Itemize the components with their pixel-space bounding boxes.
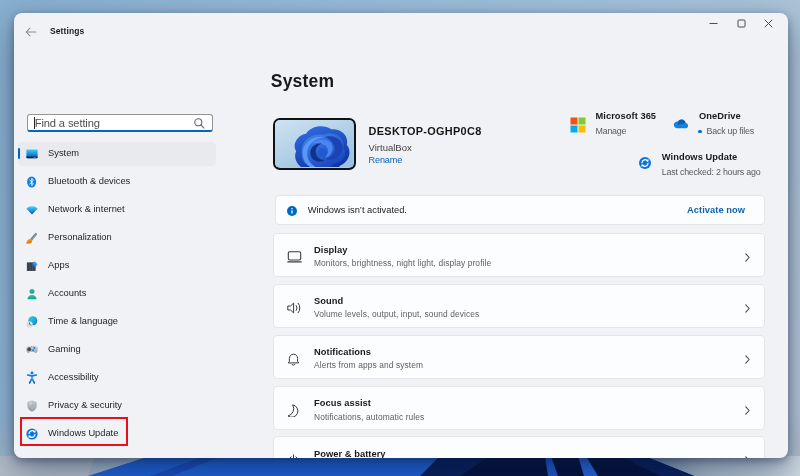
window-title: Settings: [50, 25, 84, 37]
chevron-right-icon: [745, 456, 750, 458]
info-icon: [287, 206, 297, 216]
maximize-button[interactable]: [727, 13, 755, 34]
device-thumbnail: [273, 118, 356, 170]
apps-icon: [26, 260, 38, 272]
power-battery-icon: [287, 440, 300, 458]
sidebar-item-accounts[interactable]: Accounts: [18, 282, 216, 306]
sidebar-item-privacy-security[interactable]: Privacy & security: [18, 394, 216, 418]
minimize-icon: [709, 19, 718, 28]
personalization-icon: [26, 232, 38, 244]
quick-link-subtitle: Manage: [596, 126, 627, 136]
device-model: VirtualBox: [369, 142, 412, 153]
sidebar-item-label: Apps: [48, 260, 69, 270]
system-icon: [26, 148, 38, 160]
activate-now-link[interactable]: Activate now: [687, 205, 745, 215]
search-icon: [194, 118, 205, 129]
sidebar-item-label: Privacy & security: [48, 400, 122, 410]
sidebar-item-label: Network & internet: [48, 204, 124, 214]
onedrive-status-dot: [698, 130, 701, 133]
close-icon: [764, 19, 773, 28]
search-input[interactable]: [35, 116, 195, 130]
card-title: Sound: [314, 296, 343, 306]
quick-link-title[interactable]: Windows Update: [662, 152, 738, 162]
card-description: Volume levels, output, input, sound devi…: [314, 309, 479, 319]
sidebar-item-label: Accounts: [48, 288, 86, 298]
back-arrow-icon[interactable]: [25, 27, 37, 37]
quick-link-title[interactable]: OneDrive: [699, 111, 741, 121]
card-description: Notifications, automatic rules: [314, 412, 424, 422]
card-focus-assist[interactable]: Focus assist Notifications, automatic ru…: [273, 386, 765, 430]
banner-text: Windows isn’t activated.: [308, 205, 407, 215]
page-title: System: [271, 71, 334, 92]
chevron-right-icon: [745, 355, 750, 364]
sidebar-item-label: Personalization: [48, 232, 112, 242]
sidebar-item-network-internet[interactable]: Network & internet: [18, 198, 216, 222]
sidebar-item-time-language[interactable]: Time & language: [18, 310, 216, 334]
accounts-icon: [26, 288, 38, 300]
sidebar-nav: System Bluetooth & devices Network & int…: [18, 142, 216, 450]
sidebar-item-accessibility[interactable]: Accessibility: [18, 366, 216, 390]
notifications-icon: [287, 338, 300, 380]
bluetooth-icon: [26, 176, 38, 188]
sidebar-item-bluetooth-devices[interactable]: Bluetooth & devices: [18, 170, 216, 194]
close-button[interactable]: [754, 13, 782, 34]
chevron-right-icon: [745, 406, 750, 415]
card-sound[interactable]: Sound Volume levels, output, input, soun…: [273, 284, 765, 328]
sidebar-item-system[interactable]: System: [18, 142, 216, 166]
display-icon: [287, 236, 302, 278]
quick-link-subtitle: Back up files: [707, 126, 754, 136]
annotation-highlight-box: [20, 417, 128, 447]
chevron-right-icon: [745, 304, 750, 313]
sidebar-item-label: Gaming: [48, 344, 81, 354]
text-caret: [34, 117, 35, 129]
rename-link[interactable]: Rename: [369, 155, 402, 165]
maximize-icon: [737, 19, 746, 28]
search-box: [27, 114, 213, 132]
card-power-battery[interactable]: Power & battery: [273, 436, 765, 458]
sidebar-item-apps[interactable]: Apps: [18, 254, 216, 278]
focus-assist-icon: [287, 390, 299, 432]
card-title: Notifications: [314, 347, 371, 357]
privacy-security-icon: [26, 400, 38, 412]
sidebar-item-label: Accessibility: [48, 372, 99, 382]
sidebar-item-gaming[interactable]: Gaming: [18, 338, 216, 362]
card-display[interactable]: Display Monitors, brightness, night ligh…: [273, 233, 765, 277]
sidebar-item-label: Bluetooth & devices: [48, 176, 130, 186]
accessibility-icon: [26, 372, 38, 384]
onedrive-icon: [672, 117, 689, 129]
card-title: Focus assist: [314, 398, 371, 408]
activation-banner: Windows isn’t activated. Activate now: [275, 195, 765, 225]
sidebar-item-label: Time & language: [48, 316, 118, 326]
windows-update-badge-icon: [639, 157, 651, 169]
gaming-icon: [26, 344, 38, 356]
minimize-button[interactable]: [699, 13, 727, 34]
card-description: Monitors, brightness, night light, displ…: [314, 258, 491, 268]
sidebar-item-label: System: [48, 148, 79, 158]
settings-window: Settings: [14, 13, 788, 458]
microsoft-365-icon: [570, 117, 586, 133]
quick-link-subtitle: Last checked: 2 hours ago: [662, 167, 761, 177]
sound-icon: [287, 287, 302, 329]
windows-bloom-image: [275, 120, 353, 167]
chevron-right-icon: [745, 253, 750, 262]
card-description: Alerts from apps and system: [314, 360, 423, 370]
card-title: Power & battery: [314, 449, 386, 458]
time-language-icon: [26, 316, 38, 328]
sidebar-item-personalization[interactable]: Personalization: [18, 226, 216, 250]
card-title: Display: [314, 245, 347, 255]
device-name: DESKTOP-OGHP0C8: [369, 125, 482, 137]
network-icon: [26, 204, 38, 216]
card-notifications[interactable]: Notifications Alerts from apps and syste…: [273, 335, 765, 379]
selected-accent-bar: [18, 148, 20, 160]
quick-link-title[interactable]: Microsoft 365: [596, 111, 657, 121]
